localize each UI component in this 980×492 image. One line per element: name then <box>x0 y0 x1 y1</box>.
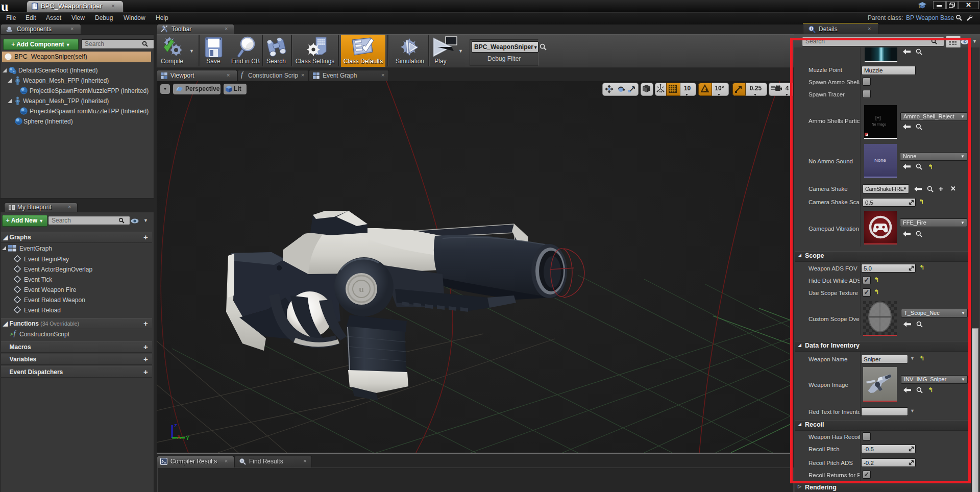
svg-text:z: z <box>174 422 177 428</box>
svg-text:X: X <box>177 434 181 440</box>
svg-text:u: u <box>359 284 363 294</box>
svg-text:Y: Y <box>186 435 190 441</box>
